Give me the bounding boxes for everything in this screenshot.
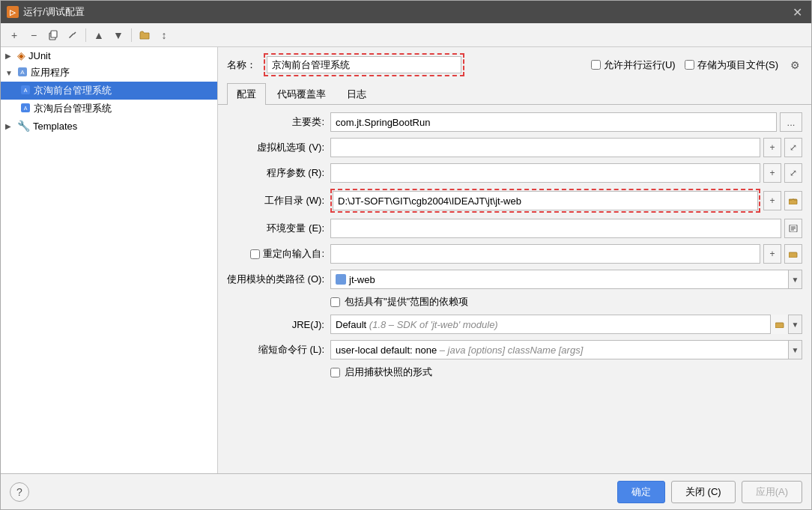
help-button[interactable]: ? <box>10 482 29 502</box>
tab-config[interactable]: 配置 <box>227 83 266 105</box>
jre-default: Default <box>336 319 366 330</box>
module-name: jt-web <box>349 274 375 285</box>
copy-button[interactable] <box>44 26 62 44</box>
program-args-input[interactable] <box>330 163 760 183</box>
module-dropdown-arrow[interactable]: ▼ <box>788 270 802 288</box>
store-project-label[interactable]: 存储为项目文件(S) <box>685 58 778 72</box>
bottom-actions: 确定 关闭 (C) 应用(A) <box>617 481 802 503</box>
module-classpath-label: 使用模块的类路径 (O): <box>227 273 324 286</box>
junit-icon: ◈ <box>17 49 25 61</box>
redirect-field-group: + <box>330 244 802 264</box>
remove-button[interactable]: − <box>25 26 43 44</box>
jre-browse-button[interactable] <box>770 315 788 334</box>
work-dir-add-button[interactable]: + <box>763 191 781 210</box>
include-deps-row: 包括具有"提供"范围的依赖项 <box>227 295 802 309</box>
redirect-label: 重定向输入自: <box>227 247 324 261</box>
add-button[interactable]: + <box>5 26 23 44</box>
tree-item-junit[interactable]: ▶ ◈ JUnit <box>1 47 217 64</box>
name-label: 名称： <box>227 58 256 72</box>
env-browse-button[interactable] <box>784 219 802 238</box>
include-deps-checkbox[interactable] <box>330 297 340 307</box>
svg-rect-14 <box>775 323 784 328</box>
module-classpath-dropdown: jt-web ▼ <box>330 270 802 289</box>
sort-button[interactable]: ↕ <box>155 26 173 44</box>
jre-dropdown-arrow[interactable]: ▼ <box>788 315 802 333</box>
folder-icon <box>139 31 150 40</box>
allow-parallel-label[interactable]: 允许并行运行(U) <box>591 58 676 72</box>
shortcut-value-text: user-local default: none – java [options… <box>331 344 587 356</box>
main-class-browse-button[interactable]: ... <box>780 112 802 132</box>
settings-button[interactable] <box>64 26 82 44</box>
vm-options-row: 虚拟机选项 (V): + ⤢ <box>227 138 802 157</box>
tab-coverage[interactable]: 代码覆盖率 <box>267 83 336 105</box>
dialog-title: 运行/调试配置 <box>23 5 85 19</box>
separator2 <box>131 28 132 42</box>
snapshot-row: 启用捕获快照的形式 <box>227 365 802 379</box>
run-debug-config-dialog: ▷ 运行/调试配置 ✕ + − ▲ ▼ ↕ <box>0 0 812 510</box>
main-class-label: 主要类: <box>227 115 324 129</box>
vm-fullscreen-button[interactable]: ⤢ <box>784 138 802 157</box>
apply-button[interactable]: 应用(A) <box>742 481 802 503</box>
ok-button[interactable]: 确定 <box>617 481 665 503</box>
redirect-add-button[interactable]: + <box>763 244 781 264</box>
form-area: 主要类: ... 虚拟机选项 (V): + ⤢ <box>218 105 811 473</box>
work-dir-input[interactable] <box>333 191 758 210</box>
name-options: 允许并行运行(U) 存储为项目文件(S) ⚙ <box>591 58 802 73</box>
vm-expand-button[interactable]: + <box>763 138 781 157</box>
store-project-text: 存储为项目文件(S) <box>697 58 778 72</box>
tree-item-backend[interactable]: A 京淘后台管理系统 <box>1 100 217 118</box>
vm-options-field-group: + ⤢ <box>330 138 802 157</box>
tab-log[interactable]: 日志 <box>337 83 376 105</box>
svg-rect-13 <box>789 252 797 258</box>
cancel-button[interactable]: 关闭 (C) <box>671 481 736 503</box>
work-dir-browse-button[interactable] <box>784 191 802 210</box>
shortcut-dropdown-arrow[interactable]: ▼ <box>788 341 802 359</box>
main-class-input[interactable] <box>330 112 777 132</box>
gear-button[interactable]: ⚙ <box>787 58 802 73</box>
shortcut-row: 缩短命令行 (L): user-local default: none – ja… <box>227 340 802 359</box>
snapshot-checkbox[interactable] <box>330 368 340 377</box>
args-expand-button[interactable]: + <box>763 163 781 183</box>
tree-arrow-app: ▼ <box>5 69 14 77</box>
tree-item-templates[interactable]: ▶ 🔧 Templates <box>1 118 217 134</box>
redirect-checkbox[interactable] <box>250 249 260 259</box>
folder-button[interactable] <box>136 26 154 44</box>
svg-rect-1 <box>51 31 57 37</box>
move-up-button[interactable]: ▲ <box>90 26 108 44</box>
shortcut-label: 缩短命令行 (L): <box>227 343 324 356</box>
module-icon <box>336 274 346 285</box>
redirect-input[interactable] <box>330 244 760 264</box>
redirect-checkbox-label[interactable]: 重定向输入自: <box>227 247 324 261</box>
templates-icon: 🔧 <box>17 120 30 132</box>
redirect-text: 重定向输入自: <box>263 247 324 261</box>
module-value: jt-web <box>331 274 380 285</box>
store-project-checkbox[interactable] <box>685 60 694 70</box>
tree-label-junit: JUnit <box>28 50 51 61</box>
jre-hint: (1.8 – SDK of 'jt-web' module) <box>369 319 498 330</box>
shortcut-default: user-local default: none <box>336 344 437 356</box>
tree-item-application[interactable]: ▼ A 应用程序 <box>1 64 217 82</box>
env-vars-input[interactable] <box>330 219 781 238</box>
tree-item-frontend[interactable]: A 京淘前台管理系统 <box>1 82 217 100</box>
tree-label-backend: 京淘后台管理系统 <box>34 102 112 115</box>
args-fullscreen-button[interactable]: ⤢ <box>784 163 802 183</box>
vm-options-input[interactable] <box>330 138 760 157</box>
tree-label-frontend: 京淘前台管理系统 <box>34 84 112 97</box>
work-dir-label: 工作目录 (W): <box>227 194 324 207</box>
separator <box>85 28 86 42</box>
name-row: 名称： 允许并行运行(U) 存储为项目文件(S) ⚙ <box>218 47 811 82</box>
redirect-input-row: 重定向输入自: + <box>227 244 802 264</box>
allow-parallel-checkbox[interactable] <box>591 60 601 70</box>
close-icon[interactable]: ✕ <box>790 5 805 19</box>
name-input[interactable] <box>267 56 461 73</box>
svg-text:A: A <box>24 88 28 93</box>
redirect-browse-button[interactable] <box>784 244 802 264</box>
move-down-button[interactable]: ▼ <box>109 26 127 44</box>
toolbar: + − ▲ ▼ ↕ <box>1 23 811 47</box>
tabs-bar: 配置 代码覆盖率 日志 <box>218 82 811 105</box>
jre-label: JRE(J): <box>227 319 324 330</box>
work-dir-field-group: + <box>330 189 802 213</box>
env-vars-label: 环境变量 (E): <box>227 222 324 235</box>
bottom-bar: ? 确定 关闭 (C) 应用(A) <box>1 473 811 509</box>
svg-text:A: A <box>20 69 25 76</box>
